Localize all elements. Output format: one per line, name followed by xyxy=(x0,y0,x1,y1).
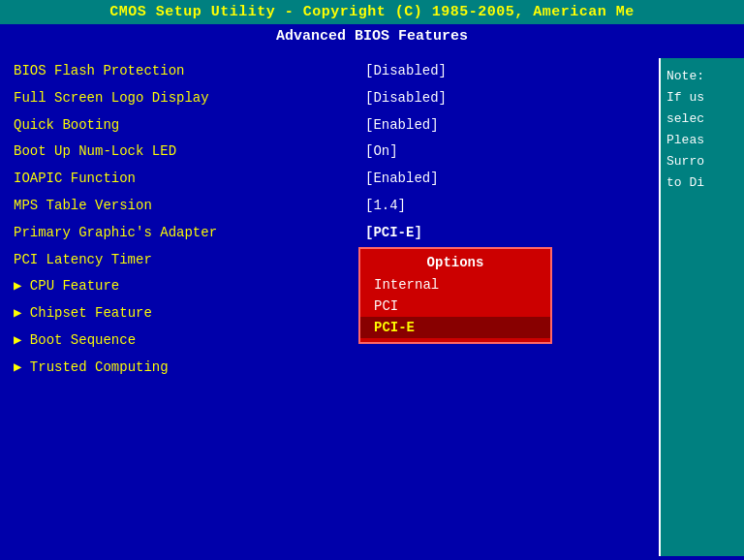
note-line-2: If us xyxy=(666,87,738,109)
setting-label-4: IOAPIC Function xyxy=(10,166,361,193)
setting-value-5: [1.4] xyxy=(361,193,649,220)
setting-value-2: [Enabled] xyxy=(361,112,649,140)
setting-value-6: [PCI-E] xyxy=(361,220,649,247)
setting-label-9: ▶ Chipset Feature xyxy=(10,300,361,327)
setting-value-1: [Disabled] xyxy=(361,85,649,112)
settings-row-2[interactable]: Quick Booting[Enabled] xyxy=(10,112,649,140)
left-panel: BIOS Flash Protection[Disabled]Full Scre… xyxy=(0,58,659,556)
right-panel-note: Note: If us selec Pleas Surro to Di xyxy=(666,66,738,195)
setting-value-4: [Enabled] xyxy=(361,166,649,193)
setting-label-10: ▶ Boot Sequence xyxy=(10,327,361,355)
setting-label-3: Boot Up Num-Lock LED xyxy=(10,139,361,166)
setting-label-0: BIOS Flash Protection xyxy=(10,58,361,85)
setting-value-0: [Disabled] xyxy=(361,58,649,85)
right-panel: Note: If us selec Pleas Surro to Di xyxy=(659,58,744,556)
settings-row-4[interactable]: IOAPIC Function[Enabled] xyxy=(10,166,649,193)
note-line-3: selec xyxy=(666,109,738,130)
note-line-4: Pleas xyxy=(666,130,738,151)
dropdown-title: Options xyxy=(360,253,550,274)
dropdown-popup: Options InternalPCIPCI-E xyxy=(358,247,552,344)
dropdown-option-2[interactable]: PCI-E xyxy=(360,317,550,338)
settings-row-8[interactable]: ▶ CPU Feature xyxy=(10,273,649,300)
setting-label-1: Full Screen Logo Display xyxy=(10,85,361,112)
setting-label-8: ▶ CPU Feature xyxy=(10,273,361,300)
settings-row-3[interactable]: Boot Up Num-Lock LED[On] xyxy=(10,139,649,166)
setting-label-11: ▶ Trusted Computing xyxy=(10,355,361,382)
settings-row-6[interactable]: Primary Graphic's Adapter[PCI-E] xyxy=(10,220,649,247)
setting-value-11 xyxy=(361,355,649,382)
setting-label-6: Primary Graphic's Adapter xyxy=(10,220,361,247)
header-title: CMOS Setup Utility - Copyright (C) 1985-… xyxy=(109,4,635,20)
settings-row-0[interactable]: BIOS Flash Protection[Disabled] xyxy=(10,58,649,85)
dropdown-options: InternalPCIPCI-E xyxy=(360,274,550,338)
setting-value-3: [On] xyxy=(361,139,649,166)
setting-label-5: MPS Table Version xyxy=(10,193,361,220)
subtitle-bar: Advanced BIOS Features xyxy=(0,24,744,48)
settings-table: BIOS Flash Protection[Disabled]Full Scre… xyxy=(10,58,649,382)
settings-row-10[interactable]: ▶ Boot Sequence xyxy=(10,327,649,355)
settings-row-9[interactable]: ▶ Chipset Feature xyxy=(10,300,649,327)
settings-row-7[interactable]: PCI Latency Timer xyxy=(10,247,649,274)
note-line-5: Surro xyxy=(666,151,738,172)
subtitle-text: Advanced BIOS Features xyxy=(276,28,468,45)
setting-label-2: Quick Booting xyxy=(10,112,361,140)
setting-label-7: PCI Latency Timer xyxy=(10,247,361,274)
dropdown-option-1[interactable]: PCI xyxy=(360,296,550,317)
main-content: BIOS Flash Protection[Disabled]Full Scre… xyxy=(0,48,744,556)
note-line-1: Note: xyxy=(666,66,738,87)
settings-row-1[interactable]: Full Screen Logo Display[Disabled] xyxy=(10,85,649,112)
dropdown-option-0[interactable]: Internal xyxy=(360,274,550,296)
header-bar: CMOS Setup Utility - Copyright (C) 1985-… xyxy=(0,0,744,24)
settings-row-5[interactable]: MPS Table Version[1.4] xyxy=(10,193,649,220)
settings-row-11[interactable]: ▶ Trusted Computing xyxy=(10,355,649,382)
note-line-6: to Di xyxy=(666,172,738,194)
